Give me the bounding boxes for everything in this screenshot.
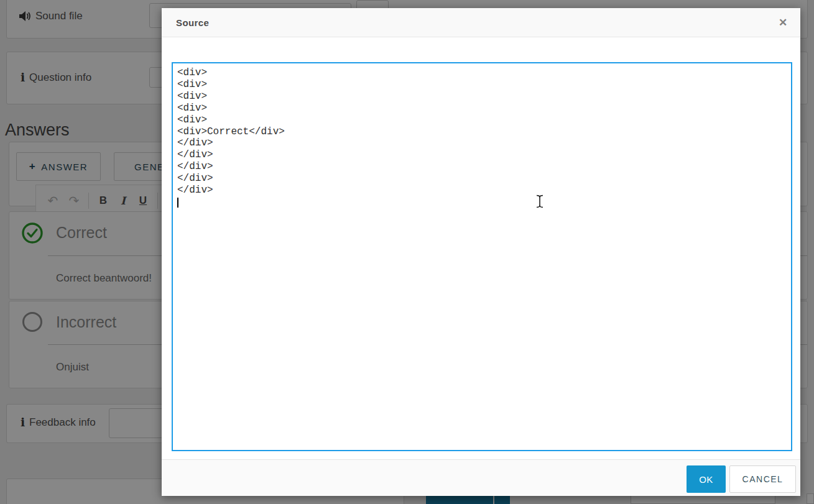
ibeam-mouse-cursor <box>535 195 544 208</box>
ok-button[interactable]: OK <box>687 465 726 493</box>
dialog-header: Source ✕ <box>162 8 800 37</box>
source-dialog: Source ✕ <div> <div> <div> <div> <div> <… <box>162 8 800 496</box>
source-textarea[interactable]: <div> <div> <div> <div> <div> <div>Corre… <box>172 62 792 451</box>
dialog-footer: OK CANCEL <box>162 459 800 496</box>
text-caret <box>177 198 178 208</box>
cancel-button[interactable]: CANCEL <box>729 465 796 493</box>
source-code: <div> <div> <div> <div> <div> <div>Corre… <box>173 63 791 208</box>
close-icon[interactable]: ✕ <box>775 16 790 30</box>
app-root: Sound file i Question info Answers + ANS… <box>0 0 814 504</box>
dialog-title: Source <box>176 17 209 28</box>
